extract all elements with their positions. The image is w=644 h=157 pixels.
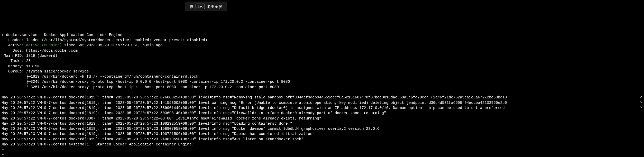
cgroup-process: ├─1819 /usr/bin/dockerd -H fd:// --conta… [2, 75, 198, 79]
terminal-output: ● docker.service - Docker Application Co… [2, 33, 642, 157]
scroll-right-icon[interactable]: > [640, 100, 642, 105]
docs-url: https://docs.docker.com [26, 49, 78, 53]
mainpid-value: 1819 (dockerd) [26, 54, 58, 58]
tasks-value: 23 [26, 59, 31, 63]
scroll-right-icon[interactable]: > [640, 95, 642, 100]
scroll-right-icon[interactable]: > [640, 105, 642, 110]
docs-label: Docs: [2, 49, 26, 53]
log-line: May 20 20:57:23 VM-0-7-centos dockerd[18… [2, 137, 642, 142]
mainpid-label: Main PID: [2, 54, 26, 58]
log-line: May 20 20:57:23 VM-0-7-centos dockerd[18… [2, 131, 642, 136]
cgroup-process: └─3251 /usr/bin/docker-proxy -proto tcp … [2, 85, 279, 89]
log-line: May 20 20:57:22 VM-0-7-centos dockerd[33… [2, 116, 642, 121]
cgroup-label: CGroup: [2, 69, 26, 73]
active-label: Active: [2, 43, 26, 47]
loaded-label: Loaded: [2, 38, 26, 42]
cgroup-process: ├─3245 /usr/bin/docker-proxy -proto tcp … [2, 80, 290, 84]
active-since: since Sat 2023-05-20 20:57:23 CST; 53min… [62, 43, 163, 47]
press-label: 按 [190, 4, 194, 9]
exit-fullscreen-hint: 按 Esc 退出全屏 [185, 2, 227, 11]
log-line: May 20 20:57:23 VM-0-7-centos systemd[1]… [2, 142, 642, 147]
log-line: May 20 20:57:22 VM-0-7-centos dockerd[18… [2, 105, 642, 110]
log-line: May 20 20:57:22 VM-0-7-centos dockerd[18… [2, 110, 642, 116]
log-line: May 20 20:57:23 VM-0-7-centos dockerd[18… [2, 121, 642, 126]
active-state: active (running) [26, 43, 62, 47]
empty-line-tilde: ~ [2, 147, 4, 152]
cgroup-path: /system.slice/docker.service [26, 69, 89, 73]
service-description: Docker Application Container Engine [44, 33, 122, 37]
memory-value: 113.9M [26, 64, 40, 68]
service-name: docker.service [6, 33, 37, 37]
loaded-value: loaded (/usr/lib/systemd/system/docker.s… [26, 38, 207, 42]
memory-label: Memory: [2, 64, 26, 68]
empty-line-tilde: ~ [2, 153, 4, 157]
log-line: May 20 20:57:22 VM-0-7-centos dockerd[18… [2, 100, 642, 105]
status-bullet-icon: ● [2, 33, 4, 37]
esc-key-icon: Esc [196, 4, 205, 9]
log-line: May 20 20:57:23 VM-0-7-centos dockerd[18… [2, 126, 642, 131]
tasks-label: Tasks: [2, 59, 26, 63]
log-line: May 20 20:57:22 VM-0-7-centos dockerd[18… [2, 95, 642, 100]
exit-fullscreen-label: 退出全屏 [207, 4, 222, 9]
